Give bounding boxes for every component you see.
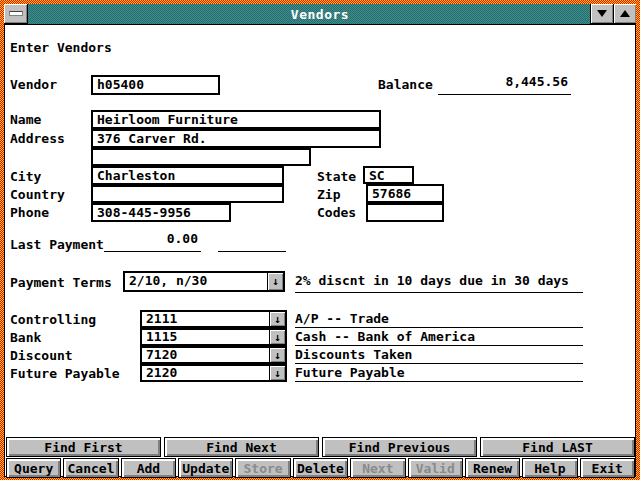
zip-label: Zip — [317, 187, 340, 202]
future-payable-label: Future Payable — [10, 366, 120, 381]
phone-label: Phone — [10, 205, 49, 220]
last-payment-amount: 0.00 — [104, 231, 201, 252]
bank-description: Cash -- Bank of America — [295, 329, 583, 346]
cancel-button[interactable]: Cancel — [63, 458, 118, 478]
dropdown-arrow-icon[interactable]: ↓ — [269, 312, 285, 326]
exit-button[interactable]: Exit — [580, 458, 635, 478]
name-input[interactable]: Heirloom Furniture — [91, 110, 381, 129]
help-button[interactable]: Help — [522, 458, 577, 478]
bank-label: Bank — [10, 330, 41, 345]
last-payment-date — [218, 231, 286, 252]
future-payable-dropdown[interactable]: 2120 ↓ — [140, 364, 287, 382]
city-input[interactable]: Charleston — [91, 166, 284, 185]
title-bar: Vendors — [4, 4, 636, 24]
find-last-button[interactable]: Find LAST — [480, 437, 635, 457]
discount-description: Discounts Taken — [295, 347, 583, 364]
bank-value: 1115 — [142, 330, 269, 344]
address-line2-input[interactable] — [91, 148, 311, 166]
codes-input[interactable] — [366, 203, 444, 222]
vendor-label: Vendor — [10, 77, 57, 92]
add-button[interactable]: Add — [121, 458, 176, 478]
country-label: Country — [10, 187, 65, 202]
zip-input[interactable]: 57686 — [366, 184, 444, 203]
phone-input[interactable]: 308-445-9956 — [91, 203, 231, 222]
query-button[interactable]: Query — [6, 458, 61, 478]
controlling-dropdown[interactable]: 2111 ↓ — [140, 310, 287, 328]
last-payment-label: Last Payment — [10, 237, 104, 252]
valid-button: Valid — [408, 458, 463, 478]
find-next-button[interactable]: Find Next — [164, 437, 319, 457]
next-button: Next — [350, 458, 405, 478]
controlling-label: Controlling — [10, 312, 96, 327]
controlling-value: 2111 — [142, 312, 269, 326]
balance-label: Balance — [378, 77, 433, 92]
renew-button[interactable]: Renew — [465, 458, 520, 478]
delete-button[interactable]: Delete — [293, 458, 348, 478]
page-title: Enter Vendors — [10, 40, 112, 55]
city-label: City — [10, 169, 41, 184]
form-area: Enter Vendors Vendor h05400 Balance 8,44… — [4, 24, 636, 477]
payment-terms-description: 2% discnt in 10 days due in 30 days — [295, 273, 583, 293]
state-input[interactable]: SC — [363, 166, 414, 184]
discount-value: 7120 — [142, 348, 269, 362]
dropdown-arrow-icon[interactable]: ↓ — [267, 273, 283, 290]
find-previous-button[interactable]: Find Previous — [322, 437, 477, 457]
discount-dropdown[interactable]: 7120 ↓ — [140, 346, 287, 364]
minimize-button[interactable] — [590, 4, 613, 24]
action-button-row: Query Cancel Add Update Store Delete Nex… — [6, 458, 635, 478]
future-payable-description: Future Payable — [295, 365, 583, 382]
find-first-button[interactable]: Find First — [6, 437, 161, 457]
codes-label: Codes — [317, 205, 356, 220]
store-button: Store — [235, 458, 290, 478]
dropdown-arrow-icon[interactable]: ↓ — [269, 366, 285, 380]
dropdown-arrow-icon[interactable]: ↓ — [269, 330, 285, 344]
maximize-button[interactable] — [613, 4, 636, 24]
maximize-icon — [620, 10, 630, 17]
vendors-window: Vendors Enter Vendors Vendor h05400 Bala… — [0, 0, 640, 480]
future-payable-value: 2120 — [142, 366, 269, 380]
dropdown-arrow-icon[interactable]: ↓ — [269, 348, 285, 362]
update-button[interactable]: Update — [178, 458, 233, 478]
discount-label: Discount — [10, 348, 73, 363]
address-label: Address — [10, 131, 65, 146]
bank-dropdown[interactable]: 1115 ↓ — [140, 328, 287, 346]
name-label: Name — [10, 112, 41, 127]
address-line1-input[interactable]: 376 Carver Rd. — [91, 129, 381, 148]
balance-value: 8,445.56 — [438, 74, 571, 95]
state-label: State — [317, 169, 356, 184]
payment-terms-label: Payment Terms — [10, 275, 112, 290]
payment-terms-dropdown[interactable]: 2/10, n/30 ↓ — [123, 271, 285, 292]
country-input[interactable] — [91, 185, 284, 203]
controlling-description: A/P -- Trade — [295, 311, 583, 328]
payment-terms-value: 2/10, n/30 — [125, 273, 267, 290]
window-title: Vendors — [4, 7, 636, 22]
minimize-icon — [597, 10, 607, 17]
find-button-row: Find First Find Next Find Previous Find … — [6, 437, 635, 457]
vendor-input[interactable]: h05400 — [91, 75, 220, 95]
